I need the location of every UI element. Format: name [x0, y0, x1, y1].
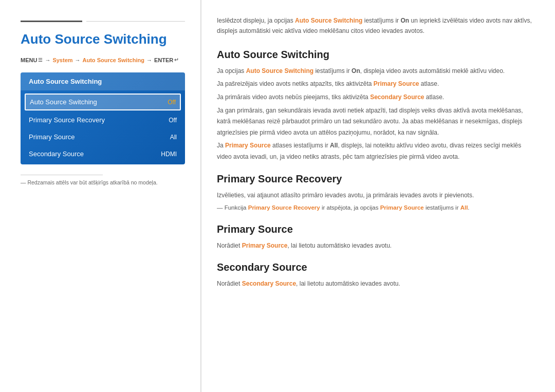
enter-icon: ↵ [174, 57, 179, 63]
ui-panel-items: Auto Source Switching Off Primary Source… [21, 90, 185, 164]
panel-item-value-1: Off [169, 117, 177, 124]
panel-item-secondary-source[interactable]: Secondary Source HDMI [21, 145, 185, 162]
section-auto-source-switching: Auto Source Switching Ja opcijas Auto So… [217, 49, 534, 163]
enter-label: ENTER [154, 57, 173, 63]
section-primary-para: Norādiet Primary Source, lai lietotu aut… [217, 240, 534, 252]
panel-item-value-0: Off [168, 99, 176, 106]
left-panel: Auto Source Switching MENU ☰ → System → … [0, 0, 200, 392]
section-primary-source-recovery: Primary Source Recovery Izvēlieties, vai… [217, 173, 534, 213]
panel-item-value-3: HDMI [161, 151, 177, 158]
section-recovery-note: — Funkcija Primary Source Recovery ir at… [217, 203, 534, 213]
menu-label: MENU [21, 57, 37, 63]
top-rule [21, 21, 185, 22]
auto-source-label: Auto Source Switching [83, 57, 144, 63]
section-title-secondary-source: Secondary Source [217, 262, 534, 273]
panel-item-label-3: Secondary Source [29, 150, 84, 158]
right-panel: Ieslēdzot displeju, ja opcijas Auto Sour… [201, 0, 555, 392]
intro-highlight-1: Auto Source Switching [295, 17, 362, 24]
panel-item-label-1: Primary Source Recovery [29, 116, 105, 124]
section-para-2: Ja pašreizējais video avots netiks atpaz… [217, 79, 534, 90]
menu-path: MENU ☰ → System → Auto Source Switching … [21, 57, 185, 63]
section-primary-source: Primary Source Norādiet Primary Source, … [217, 223, 534, 252]
intro-text: Ieslēdzot displeju, ja opcijas Auto Sour… [217, 15, 534, 36]
left-divider [21, 175, 103, 175]
section-para-3: Ja primārais video avots nebūs pieejams,… [217, 92, 534, 103]
top-rule-light [86, 21, 185, 22]
ui-panel: Auto Source Switching Auto Source Switch… [21, 72, 185, 164]
page-wrapper: Auto Source Switching MENU ☰ → System → … [0, 0, 555, 392]
intro-on: On [400, 17, 409, 24]
section-title-auto-source: Auto Source Switching [217, 49, 534, 61]
section-secondary-source: Secondary Source Norādiet Secondary Sour… [217, 262, 534, 290]
footnote: — Redzamais attēls var būt atšķirīgs atk… [21, 179, 185, 185]
panel-item-auto-source[interactable]: Auto Source Switching Off [25, 94, 181, 110]
section-title-primary-source: Primary Source [217, 223, 534, 235]
page-title: Auto Source Switching [21, 31, 185, 47]
section-para-1: Ja opcijas Auto Source Switching iestatī… [217, 66, 534, 77]
panel-item-primary-source[interactable]: Primary Source All [21, 128, 185, 145]
panel-item-label-0: Auto Source Switching [30, 98, 97, 106]
menu-icon: ☰ [38, 57, 43, 63]
section-secondary-para: Norādiet Secondary Source, lai lietotu a… [217, 278, 534, 290]
ui-panel-header: Auto Source Switching [21, 72, 185, 90]
panel-item-label-2: Primary Source [29, 133, 75, 141]
section-para-5: Ja Primary Source atlases iestatījums ir… [217, 140, 534, 162]
panel-item-value-2: All [170, 134, 177, 141]
section-para-4: Ja gan primārais, gan sekundārais ievada… [217, 105, 534, 139]
system-label: System [52, 57, 72, 63]
section-recovery-para: Izvēlieties, vai atjaunot atlasīto primā… [217, 190, 534, 201]
section-title-primary-recovery: Primary Source Recovery [217, 173, 534, 185]
top-rule-dark [21, 21, 82, 22]
panel-item-primary-recovery[interactable]: Primary Source Recovery Off [21, 111, 185, 128]
